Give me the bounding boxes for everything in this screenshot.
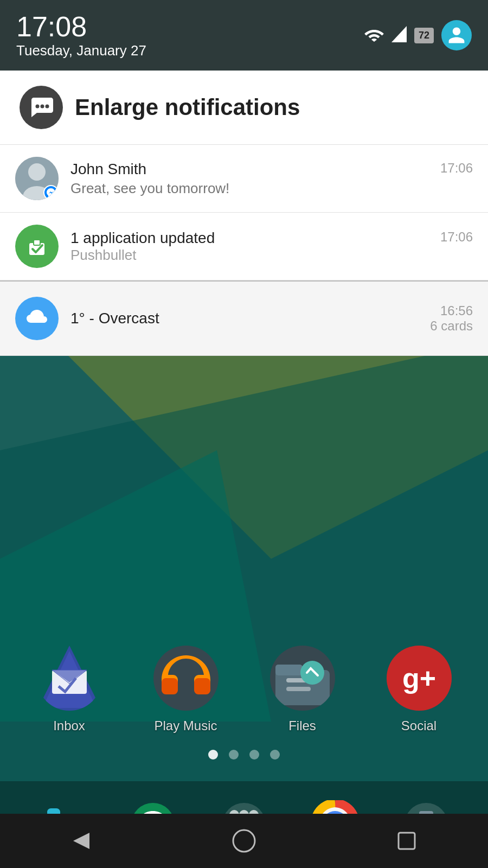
svg-rect-49 (399, 833, 415, 849)
overcast-time: 16:56 (430, 303, 473, 318)
svg-point-17 (300, 661, 324, 685)
svg-rect-57 (34, 240, 40, 245)
john-smith-content: John Smith 17:06 Great, see you tomorrow… (70, 161, 473, 197)
notification-enlarge[interactable]: Enlarge notifications (0, 71, 488, 145)
page-dot-1 (208, 750, 218, 760)
app-grid: Inbox Play Music (0, 646, 488, 781)
page-dot-3 (249, 750, 259, 760)
app-row-main: Inbox Play Music (11, 646, 477, 733)
status-time: 17:08 Tuesday, January 27 (16, 11, 146, 59)
inbox-label: Inbox (53, 718, 85, 733)
status-icons: 72 (364, 20, 472, 50)
app-social[interactable]: g+ Social (376, 646, 463, 733)
svg-point-50 (36, 105, 40, 108)
overcast-icon (15, 297, 59, 340)
pushbullet-title: 1 application updated (70, 229, 215, 247)
wifi-icon (364, 27, 384, 44)
overcast-title: 1° - Overcast (70, 310, 418, 327)
social-label: Social (401, 718, 436, 733)
overcast-content: 1° - Overcast (70, 310, 418, 327)
overcast-cards: 6 cards (430, 318, 473, 334)
app-inbox[interactable]: Inbox (26, 646, 113, 733)
overcast-meta: 16:56 6 cards (430, 303, 473, 334)
page-indicators (11, 750, 477, 760)
pushbullet-content: 1 application updated 17:06 Pushbullet (70, 229, 473, 264)
svg-rect-12 (194, 678, 210, 694)
pushbullet-subtitle: Pushbullet (70, 247, 473, 264)
enlarge-icon (20, 86, 63, 129)
battery-indicator: 72 (414, 28, 434, 43)
svg-point-52 (46, 105, 49, 108)
john-smith-message: Great, see you tomorrow! (70, 180, 473, 197)
notification-overcast[interactable]: 1° - Overcast 16:56 6 cards (0, 282, 488, 356)
enlarge-title: Enlarge notifications (75, 94, 300, 120)
inbox-icon (37, 646, 102, 711)
status-bar: 17:08 Tuesday, January 27 72 (0, 0, 488, 71)
signal-icon (391, 26, 407, 44)
john-smith-name: John Smith (70, 161, 146, 178)
messenger-badge (43, 185, 59, 200)
svg-text:g+: g+ (402, 662, 435, 694)
svg-point-48 (233, 830, 255, 852)
pushbullet-icon (15, 225, 59, 268)
svg-rect-11 (162, 678, 178, 694)
app-playmusic[interactable]: Play Music (143, 646, 229, 733)
notification-pushbullet[interactable]: 1 application updated 17:06 Pushbullet (0, 213, 488, 280)
nav-recents-button[interactable] (385, 819, 428, 863)
files-icon (270, 646, 335, 711)
john-smith-avatar (15, 157, 59, 200)
nav-home-button[interactable] (222, 819, 266, 863)
svg-point-54 (28, 163, 46, 181)
app-files[interactable]: Files (259, 646, 346, 733)
user-avatar[interactable] (441, 20, 472, 50)
date: Tuesday, January 27 (16, 42, 146, 59)
notification-john-smith[interactable]: John Smith 17:06 Great, see you tomorrow… (0, 145, 488, 213)
social-icon: g+ (387, 646, 452, 711)
nav-bar (0, 814, 488, 868)
playmusic-label: Play Music (154, 718, 217, 733)
pushbullet-time: 17:06 (440, 229, 473, 245)
files-label: Files (288, 718, 316, 733)
svg-marker-0 (391, 26, 407, 42)
john-smith-time: 17:06 (440, 161, 473, 176)
playmusic-icon (153, 646, 219, 711)
svg-rect-14 (275, 665, 303, 675)
page-dot-4 (270, 750, 280, 760)
clock: 17:08 (16, 11, 146, 42)
page-dot-2 (229, 750, 239, 760)
nav-back-button[interactable] (60, 819, 103, 863)
svg-rect-16 (286, 687, 311, 691)
svg-point-51 (41, 105, 44, 108)
notification-stack: Enlarge notifications John Smith 17:06 G… (0, 71, 488, 356)
svg-marker-47 (73, 833, 89, 849)
